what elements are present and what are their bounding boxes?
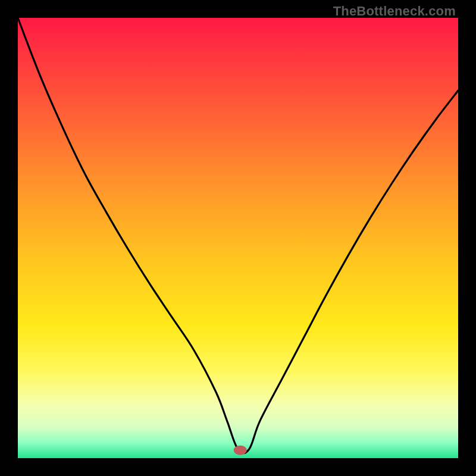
watermark-text: TheBottleneck.com: [333, 4, 456, 19]
optimal-point-marker: [234, 446, 247, 455]
chart-frame: TheBottleneck.com: [0, 0, 476, 476]
plot-area: [18, 18, 458, 458]
gradient-background: [18, 18, 458, 458]
bottleneck-chart: [18, 18, 458, 458]
